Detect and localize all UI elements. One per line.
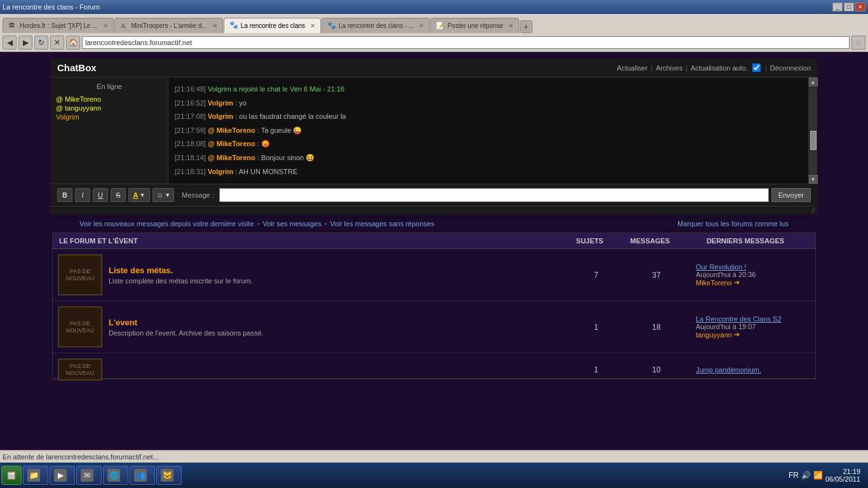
send-button[interactable]: Envoyer bbox=[771, 188, 811, 202]
minimize-button[interactable]: _ bbox=[832, 3, 843, 11]
emoji-button[interactable]: ☺ ▼ bbox=[153, 188, 174, 202]
mark-all-link[interactable]: Marquer tous les forums comme lus bbox=[677, 220, 789, 227]
forum-row-2: PAS DENOUVEAU L'event Description de l'e… bbox=[53, 301, 815, 353]
underline-button[interactable]: U bbox=[93, 188, 108, 202]
forum-last-3: Jump pandémonium. bbox=[688, 353, 815, 386]
taskbar-item-2[interactable]: ▶ bbox=[50, 466, 75, 485]
my-messages-link[interactable]: Voir ses messages bbox=[262, 220, 321, 227]
taskbar-item-4[interactable]: 🌐 bbox=[103, 466, 128, 485]
home-button[interactable]: 🏠 bbox=[66, 36, 80, 50]
color-button[interactable]: A ▼ bbox=[128, 188, 150, 202]
scroll-up-button[interactable]: ▲ bbox=[809, 78, 818, 86]
tab-favicon-1: 🏚 bbox=[8, 22, 17, 30]
msg-user-4: @ MikeToreno bbox=[208, 126, 255, 134]
tab-label-1: Hordes.fr : Sujet "[XP] Le ... bbox=[20, 22, 98, 29]
forum-last-1: Our Revolution ! Aujourd'hui à 20:36 Mik… bbox=[688, 249, 815, 301]
forum-cell-info-1: PAS DENOUVEAU Liste des métas. Liste com… bbox=[53, 249, 567, 301]
tab-favicon-3: 🐾 bbox=[229, 21, 238, 30]
forward-button[interactable]: ▶ bbox=[18, 36, 32, 50]
forum-title-2[interactable]: L'event bbox=[109, 318, 137, 327]
tab-favicon-5: 📝 bbox=[436, 22, 445, 30]
new-messages-link[interactable]: Voir les nouveaux messages depuis votre … bbox=[79, 220, 254, 227]
tab-favicon-2: ⚔ bbox=[120, 22, 129, 30]
bookmark-button[interactable]: ☆ bbox=[851, 36, 865, 50]
msg-time-2: [21:16:52] bbox=[175, 99, 206, 107]
clock-time: 21:19 bbox=[843, 468, 860, 475]
tab-2[interactable]: ⚔ MiniTroopers - L'armée d... ✕ bbox=[114, 18, 223, 33]
taskbar: 🪟 📁 ▶ ✉ 🌐 👥 🐱 FR 🔊 📶 21:19 06/05/2011 bbox=[0, 463, 868, 488]
msg-user-2: Volgrim bbox=[208, 99, 233, 107]
msg-time-1: [21:16:48] bbox=[175, 85, 206, 93]
taskbar-item-1[interactable]: 📁 bbox=[23, 466, 48, 485]
nav-sep-1: • bbox=[257, 220, 260, 227]
tab-4[interactable]: 🐾 La rencontre des clans - ... ✕ bbox=[322, 18, 430, 33]
chat-msg-1: [21:16:48] Volgrim a rejoint le chat le … bbox=[175, 84, 802, 95]
maximize-button[interactable]: □ bbox=[844, 3, 854, 11]
forum-info-1: Liste des métas. Liste complète des méta… bbox=[109, 266, 562, 285]
tab-close-2[interactable]: ✕ bbox=[212, 22, 217, 29]
scroll-down-button[interactable]: ▼ bbox=[809, 175, 818, 184]
chatbox: ChatBox Actualiser | Archives | Actualis… bbox=[51, 58, 817, 215]
messages-count-2: 18 bbox=[652, 323, 660, 332]
tab-close-4[interactable]: ✕ bbox=[419, 22, 424, 29]
tab-3[interactable]: 🐾 La rencontre des clans ✕ bbox=[224, 18, 321, 33]
msg-text-6: : Bonjour sinon 😆 bbox=[257, 154, 315, 161]
archives-link[interactable]: Archives bbox=[656, 64, 682, 72]
resize-handle[interactable]: // bbox=[51, 206, 817, 215]
clock-date: 06/05/2011 bbox=[825, 475, 860, 483]
taskbar-icon-1: 📁 bbox=[27, 469, 40, 482]
tab-1[interactable]: 🏚 Hordes.fr : Sujet "[XP] Le ... ✕ bbox=[3, 18, 114, 33]
refresh-button[interactable]: ↻ bbox=[34, 36, 48, 50]
tab-5[interactable]: 📝 Poster une réponse ✕ bbox=[430, 18, 519, 33]
message-input[interactable] bbox=[219, 188, 769, 202]
last-user-link-2[interactable]: tanguyyann bbox=[696, 331, 732, 339]
msg-user-6: @ MikeToreno bbox=[208, 154, 255, 161]
new-tab-button[interactable]: + bbox=[520, 20, 532, 33]
arrow-icon-1: ➔ bbox=[734, 278, 740, 287]
address-bar[interactable]: larencontredesclans.forumactif.net bbox=[82, 36, 850, 49]
italic-button[interactable]: I bbox=[75, 188, 90, 202]
actualisation-auto-link[interactable]: Actualisation auto. bbox=[691, 64, 748, 72]
msg-text-3: : ou las faudrat changé la couleur la bbox=[235, 112, 346, 120]
last-post-title-2[interactable]: La Rencontre des Clans S2 bbox=[696, 315, 782, 323]
bold-button[interactable]: B bbox=[57, 188, 72, 202]
forum-sujets-1: 7 bbox=[567, 249, 625, 301]
msg-text-2: : yo bbox=[235, 99, 247, 107]
chatbox-toolbar: B I U S A ▼ ☺ ▼ Message : Envoyer bbox=[51, 184, 817, 206]
taskbar-icon-6: 🐱 bbox=[161, 469, 173, 482]
close-button[interactable]: ✕ bbox=[855, 3, 865, 11]
chatbox-scrollbar[interactable]: ▲ ▼ bbox=[808, 78, 817, 184]
chatbox-messages: [21:16:48] Volgrim a rejoint le chat le … bbox=[168, 78, 808, 184]
unanswered-link[interactable]: Voir les messages sans réponses bbox=[330, 220, 435, 227]
scroll-thumb[interactable] bbox=[810, 131, 817, 150]
last-post-title-1[interactable]: Our Revolution ! bbox=[696, 263, 746, 271]
sujets-count-1: 7 bbox=[594, 271, 599, 280]
chatbox-sidebar: En ligne @ MikeToreno @ tanguyyann Volgr… bbox=[51, 78, 168, 184]
taskbar-item-3[interactable]: ✉ bbox=[76, 466, 102, 485]
msg-time-6: [21:18:14] bbox=[175, 154, 206, 161]
forum-cell-info-2: PAS DENOUVEAU L'event Description de l'e… bbox=[53, 301, 567, 353]
stop-button[interactable]: ✕ bbox=[50, 36, 64, 50]
tab-close-5[interactable]: ✕ bbox=[508, 22, 513, 29]
auto-refresh-checkbox[interactable] bbox=[752, 64, 761, 72]
taskbar-item-5[interactable]: 👥 bbox=[130, 466, 155, 485]
actualiser-link[interactable]: Actualiser bbox=[617, 64, 648, 72]
last-user-link-1[interactable]: MikeToreno bbox=[696, 279, 732, 287]
taskbar-item-6[interactable]: 🐱 bbox=[156, 466, 182, 485]
scroll-track[interactable] bbox=[810, 88, 817, 173]
msg-text-7: : AH UN MONSTRE bbox=[235, 168, 297, 175]
back-button[interactable]: ◀ bbox=[3, 36, 17, 50]
online-user-3: Volgrim bbox=[56, 113, 163, 121]
tab-close-3[interactable]: ✕ bbox=[310, 22, 315, 29]
deconnexion-link[interactable]: Déconnexion bbox=[770, 64, 811, 72]
strike-button[interactable]: S bbox=[111, 188, 126, 202]
forum-title-1[interactable]: Liste des métas. bbox=[109, 266, 173, 275]
forum-info-2: L'event Description de l'event. Archive … bbox=[109, 318, 562, 337]
tab-close-1[interactable]: ✕ bbox=[103, 22, 108, 29]
window-controls: _ □ ✕ bbox=[832, 3, 865, 11]
online-label: En ligne bbox=[56, 83, 163, 90]
last-post-title-3[interactable]: Jump pandémonium. bbox=[696, 366, 761, 374]
start-button[interactable]: 🪟 bbox=[1, 466, 22, 485]
forum-messages-2: 18 bbox=[625, 301, 688, 353]
sujets-count-3: 1 bbox=[594, 365, 599, 374]
